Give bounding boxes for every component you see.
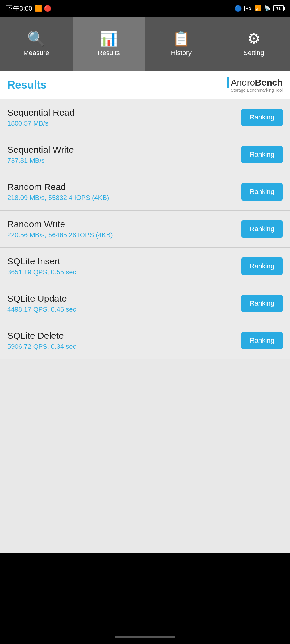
result-value-random-read: 218.09 MB/s, 55832.4 IOPS (4KB) <box>7 194 109 202</box>
result-item-random-write: Random Write 220.56 MB/s, 56465.28 IOPS … <box>0 211 290 248</box>
signal-icon: 📶 <box>255 5 262 12</box>
tab-history[interactable]: 📋 History <box>145 17 218 71</box>
results-list: Sequential Read 1800.57 MB/s Ranking Seq… <box>0 99 290 553</box>
result-value-sqlite-update: 4498.17 QPS, 0.45 sec <box>7 306 76 313</box>
brand-name: AndroBench <box>231 77 283 88</box>
status-time: 下午3:00 🟧 🔴 <box>6 4 51 13</box>
result-item-sqlite-insert: SQLite Insert 3651.19 QPS, 0.55 sec Rank… <box>0 248 290 285</box>
result-info-sequential-write: Sequential Write 737.81 MB/s <box>7 145 74 165</box>
ranking-btn-sequential-read[interactable]: Ranking <box>241 109 283 126</box>
setting-icon: ⚙ <box>247 31 260 46</box>
result-name-random-write: Random Write <box>7 219 113 229</box>
results-icon: 📊 <box>100 31 118 46</box>
result-info-random-read: Random Read 218.09 MB/s, 55832.4 IOPS (4… <box>7 182 109 202</box>
result-value-sequential-write: 737.81 MB/s <box>7 157 74 165</box>
ranking-btn-sqlite-delete[interactable]: Ranking <box>241 332 283 349</box>
brand-bar-accent <box>227 77 229 88</box>
bluetooth-icon: 🔵 <box>234 5 242 12</box>
result-item-sequential-write: Sequential Write 737.81 MB/s Ranking <box>0 136 290 173</box>
result-name-sequential-read: Sequential Read <box>7 107 74 118</box>
tab-measure[interactable]: 🔍 Measure <box>0 17 73 71</box>
ranking-btn-random-write[interactable]: Ranking <box>241 220 283 238</box>
result-name-sqlite-update: SQLite Update <box>7 293 76 304</box>
result-item-random-read: Random Read 218.09 MB/s, 55832.4 IOPS (4… <box>0 173 290 211</box>
status-bar: 下午3:00 🟧 🔴 🔵 HD 📶 📡 71 <box>0 0 290 17</box>
result-item-sqlite-delete: SQLite Delete 5906.72 QPS, 0.34 sec Rank… <box>0 322 290 359</box>
result-value-sqlite-insert: 3651.19 QPS, 0.55 sec <box>7 268 76 276</box>
result-name-sqlite-insert: SQLite Insert <box>7 256 76 266</box>
history-icon: 📋 <box>172 31 190 46</box>
wifi-icon: 📡 <box>264 5 271 12</box>
result-value-random-write: 220.56 MB/s, 56465.28 IOPS (4KB) <box>7 231 113 239</box>
time-text: 下午3:00 <box>6 4 32 13</box>
brand-logo: AndroBench Storage Benchmarking Tool <box>227 77 283 93</box>
brand-sub: Storage Benchmarking Tool <box>231 88 283 93</box>
nav-tabs: 🔍 Measure 📊 Results 📋 History ⚙ Setting <box>0 17 290 71</box>
measure-icon: 🔍 <box>27 31 45 46</box>
result-name-sequential-write: Sequential Write <box>7 145 74 155</box>
result-info-sqlite-update: SQLite Update 4498.17 QPS, 0.45 sec <box>7 293 76 313</box>
ranking-btn-random-read[interactable]: Ranking <box>241 183 283 201</box>
result-name-sqlite-delete: SQLite Delete <box>7 331 76 341</box>
status-app-icons: 🟧 🔴 <box>35 5 52 12</box>
tab-setting-label: Setting <box>243 49 264 57</box>
result-item-sqlite-update: SQLite Update 4498.17 QPS, 0.45 sec Rank… <box>0 285 290 322</box>
result-info-random-write: Random Write 220.56 MB/s, 56465.28 IOPS … <box>7 219 113 239</box>
result-value-sqlite-delete: 5906.72 QPS, 0.34 sec <box>7 343 76 351</box>
tab-setting[interactable]: ⚙ Setting <box>218 17 290 71</box>
tab-history-label: History <box>171 49 192 57</box>
tab-measure-label: Measure <box>23 49 49 57</box>
result-info-sequential-read: Sequential Read 1800.57 MB/s <box>7 107 74 127</box>
tab-results[interactable]: 📊 Results <box>73 17 145 71</box>
result-name-random-read: Random Read <box>7 182 109 192</box>
bottom-area <box>0 553 290 644</box>
battery-icon: 71 <box>273 5 284 11</box>
ranking-btn-sequential-write[interactable]: Ranking <box>241 146 283 163</box>
hd-badge: HD <box>244 6 252 11</box>
result-value-sequential-read: 1800.57 MB/s <box>7 119 74 127</box>
ranking-btn-sqlite-update[interactable]: Ranking <box>241 295 283 312</box>
result-info-sqlite-insert: SQLite Insert 3651.19 QPS, 0.55 sec <box>7 256 76 276</box>
result-info-sqlite-delete: SQLite Delete 5906.72 QPS, 0.34 sec <box>7 331 76 351</box>
ranking-btn-sqlite-insert[interactable]: Ranking <box>241 257 283 275</box>
page-title: Results <box>7 79 47 91</box>
status-icons: 🔵 HD 📶 📡 71 <box>234 5 284 12</box>
result-item-sequential-read: Sequential Read 1800.57 MB/s Ranking <box>0 99 290 136</box>
tab-results-label: Results <box>98 49 120 57</box>
home-indicator <box>115 636 175 638</box>
results-header: Results AndroBench Storage Benchmarking … <box>0 71 290 99</box>
